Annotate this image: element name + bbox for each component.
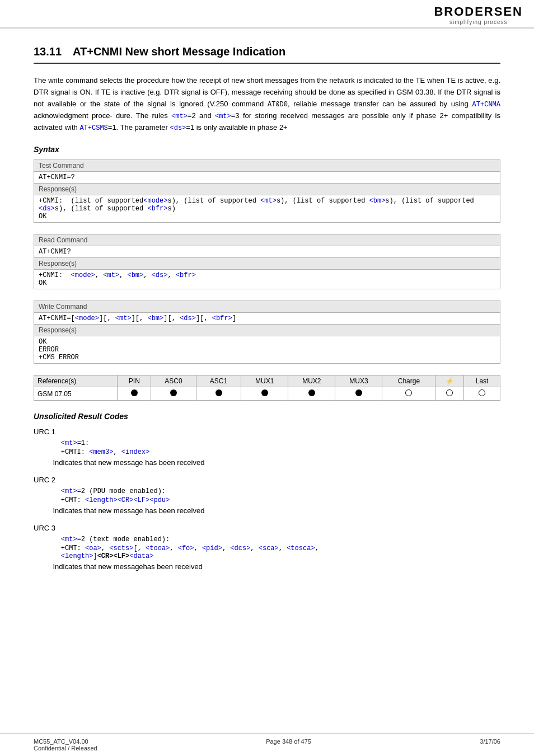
footer-date: 3/17/06 xyxy=(480,738,500,752)
urc-2-code: +CMT: <length><CR><LF><pdu> xyxy=(45,496,500,504)
urc-3-description: Indicates that new messagehas been recei… xyxy=(45,562,500,571)
section-number: 13.11 xyxy=(34,45,62,58)
code-atcsms: AT+CSMS xyxy=(79,124,107,132)
urc-2-block: URC 2 <mt>=2 (PDU mode enabled): +CMT: <… xyxy=(34,476,500,515)
circle-filled-mux3 xyxy=(355,389,362,396)
ref-header-mux2: MUX2 xyxy=(288,375,335,387)
intro-paragraph: The write command selects the procedure … xyxy=(34,75,500,134)
ref-header-label: Reference(s) xyxy=(34,375,118,387)
ref-row-gsm: GSM 07.05 xyxy=(34,387,118,401)
syntax-heading: Syntax xyxy=(34,145,500,154)
read-command-cmd: AT+CNMI? xyxy=(34,246,500,258)
code-atd: AT&D0 xyxy=(268,101,288,109)
test-command-cmd: AT+CNMI=? xyxy=(34,172,500,184)
circle-empty-last xyxy=(479,389,485,396)
code-ds: <ds> xyxy=(170,124,186,132)
urc-3-block: URC 3 <mt>=2 (text mode enabled): +CMT: … xyxy=(34,524,500,571)
footer: MC55_ATC_V04.00 Confidential / Released … xyxy=(0,733,534,756)
ref-asc1-gsm xyxy=(196,387,241,401)
read-command-table: Read Command AT+CNMI? Response(s) +CNMI:… xyxy=(34,234,500,289)
ref-header-asc1: ASC1 xyxy=(196,375,241,387)
section-heading: 13.11 AT+CNMI New short Message Indicati… xyxy=(34,45,500,64)
urc-3-condition: <mt>=2 (text mode enabled): xyxy=(45,536,500,543)
circle-filled-asc0 xyxy=(170,389,177,396)
ref-pin-gsm xyxy=(118,387,151,401)
urc-2-description: Indicates that new message has been rece… xyxy=(45,506,500,515)
write-command-label: Write Command xyxy=(34,301,500,313)
ref-header-last: Last xyxy=(464,375,500,387)
logo-subtitle: simplifying process xyxy=(434,19,523,25)
header: BRODERSEN simplifying process xyxy=(0,0,534,29)
code-mt1: <mt> xyxy=(171,112,188,120)
urc-1-description: Indicates that new message has been rece… xyxy=(45,458,500,467)
write-response-content: OK ERROR +CMS ERROR xyxy=(34,336,500,364)
ref-charge-gsm xyxy=(382,387,435,401)
read-response-content: +CNMI: <mode>, <mt>, <bm>, <ds>, <bfr> O… xyxy=(34,270,500,289)
code-mt2: <mt> xyxy=(215,112,231,120)
write-command-table: Write Command AT+CNMI=[<mode>][, <mt>][,… xyxy=(34,300,500,364)
main-content: 13.11 AT+CNMI New short Message Indicati… xyxy=(0,29,534,602)
ref-mux3-gsm xyxy=(335,387,382,401)
urc-2-content: <mt>=2 (PDU mode enabled): +CMT: <length… xyxy=(34,487,500,515)
footer-left: MC55_ATC_V04.00 Confidential / Released xyxy=(34,738,97,752)
ref-header-charge: Charge xyxy=(382,375,435,387)
urc-1-label: URC 1 xyxy=(34,428,500,436)
urc-2-condition: <mt>=2 (PDU mode enabled): xyxy=(45,487,500,495)
read-command-label: Read Command xyxy=(34,234,500,246)
circle-filled-asc1 xyxy=(216,389,222,396)
urc-heading: Unsolicited Result Codes xyxy=(34,412,500,421)
code-atcnma: AT+CNMA xyxy=(472,101,500,109)
logo-text: BRODERSEN xyxy=(434,4,523,19)
urc-1-block: URC 1 <mt>=1: +CMTI: <mem3>, <index> Ind… xyxy=(34,428,500,467)
ref-asc0-gsm xyxy=(151,387,196,401)
circle-filled-pin xyxy=(131,389,138,396)
circle-filled-mux2 xyxy=(308,389,315,396)
ref-header-pin: PIN xyxy=(118,375,151,387)
read-response-label: Response(s) xyxy=(34,258,500,270)
write-response-label: Response(s) xyxy=(34,325,500,336)
circle-empty-icon xyxy=(446,389,453,396)
section-title: AT+CNMI New short Message Indication xyxy=(73,45,285,58)
test-command-table: Test Command AT+CNMI=? Response(s) +CNMI… xyxy=(34,159,500,223)
ref-header-mux3: MUX3 xyxy=(335,375,382,387)
circle-empty-charge xyxy=(405,389,412,396)
ref-header-asc0: ASC0 xyxy=(151,375,196,387)
write-command-cmd: AT+CNMI=[<mode>][, <mt>][, <bm>][, <ds>]… xyxy=(34,313,500,325)
test-response-label: Response(s) xyxy=(34,184,500,195)
urc-1-condition: <mt>=1: xyxy=(45,439,500,447)
logo: BRODERSEN simplifying process xyxy=(434,4,523,25)
ref-header-icon: ⚡ xyxy=(435,375,464,387)
footer-confidential: Confidential / Released xyxy=(34,745,97,752)
test-response-content: +CNMI: (list of supported<mode>s), (list… xyxy=(34,195,500,223)
ref-mux1-gsm xyxy=(241,387,288,401)
urc-1-code: +CMTI: <mem3>, <index> xyxy=(45,448,500,456)
ref-header-mux1: MUX1 xyxy=(241,375,288,387)
urc-3-content: <mt>=2 (text mode enabled): +CMT: <oa>, … xyxy=(34,536,500,571)
ref-mux2-gsm xyxy=(288,387,335,401)
urc-3-label: URC 3 xyxy=(34,524,500,532)
ref-last-gsm xyxy=(464,387,500,401)
urc-3-code: +CMT: <oa>, <scts>[, <tooa>, <fo>, <pid>… xyxy=(45,544,500,560)
footer-doc-id: MC55_ATC_V04.00 xyxy=(34,738,97,745)
urc-1-content: <mt>=1: +CMTI: <mem3>, <index> Indicates… xyxy=(34,439,500,467)
test-command-label: Test Command xyxy=(34,160,500,172)
footer-page: Page 348 of 475 xyxy=(266,738,311,752)
reference-table: Reference(s) PIN ASC0 ASC1 MUX1 MUX2 MUX… xyxy=(34,375,500,401)
circle-filled-mux1 xyxy=(261,389,268,396)
ref-icon-gsm xyxy=(435,387,464,401)
urc-2-label: URC 2 xyxy=(34,476,500,484)
